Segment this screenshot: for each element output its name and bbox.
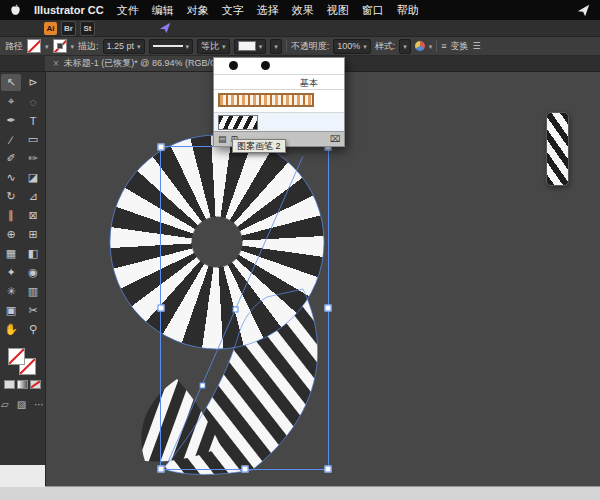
brush-preview: [238, 41, 256, 51]
fill-stroke-widget[interactable]: [7, 347, 39, 377]
menu-item-5[interactable]: 效果: [292, 3, 314, 18]
brush-definition-dropdown[interactable]: ▾: [234, 39, 267, 54]
tab-close-icon[interactable]: ×: [53, 58, 59, 69]
selection-handle[interactable]: [325, 305, 332, 312]
width-tool[interactable]: ∥: [1, 207, 21, 224]
brush-tooltip: 图案画笔 2: [232, 139, 286, 153]
blend-tool[interactable]: ◉: [23, 264, 43, 281]
hand-tool[interactable]: ✋: [1, 321, 21, 338]
opacity-dropdown[interactable]: 100% ▾: [333, 39, 371, 54]
scale-tool[interactable]: ⊿: [23, 188, 43, 205]
direct-selection-tool[interactable]: ⊳: [23, 74, 43, 91]
line-segment-tool[interactable]: ∕: [1, 131, 21, 148]
opacity-label: 不透明度:: [291, 40, 330, 53]
gradient-button[interactable]: [17, 380, 28, 389]
eraser-tool[interactable]: ◪: [23, 169, 43, 186]
menu-item-7[interactable]: 窗口: [362, 3, 384, 18]
menu-item-6[interactable]: 视图: [327, 3, 349, 18]
width-profile-dropdown[interactable]: 等比 ▾: [197, 39, 230, 54]
shaper-tool[interactable]: ∿: [1, 169, 21, 186]
pattern-swatch-preview[interactable]: [546, 112, 569, 186]
perspective-grid-tool[interactable]: ⊞: [23, 226, 43, 243]
menu-item-1[interactable]: 编辑: [152, 3, 174, 18]
color-button[interactable]: [4, 380, 15, 389]
selection-handle[interactable]: [241, 466, 248, 473]
tools-grid: ↖⊳⌖◌✒T∕▭✐✏∿◪↻⊿∥⊠⊕⊞▦◧✦◉✳▥▣✂✋⚲: [0, 71, 45, 339]
divider: [436, 40, 437, 52]
scatter-brush-row[interactable]: [214, 58, 344, 75]
rotate-tool[interactable]: ↻: [1, 188, 21, 205]
profile-caret-icon: ▾: [222, 43, 226, 50]
ai-app-badge[interactable]: Ai: [44, 22, 57, 35]
uniform-label: 等比: [201, 40, 219, 53]
zoom-tool[interactable]: ⚲: [23, 321, 43, 338]
selection-handle[interactable]: [158, 466, 165, 473]
style-dropdown[interactable]: ▾: [399, 39, 411, 54]
send-plane-icon[interactable]: [159, 22, 171, 34]
stroke-caret-icon[interactable]: ▾: [71, 43, 75, 50]
selection-handle[interactable]: [325, 466, 332, 473]
selection-handle[interactable]: [158, 144, 165, 151]
style-caret-icon: ▾: [403, 43, 407, 50]
symbol-sprayer-tool[interactable]: ✳: [1, 283, 21, 300]
none-button[interactable]: [30, 380, 41, 389]
variable-width-dropdown[interactable]: ▾: [149, 39, 194, 54]
gradient-tool[interactable]: ◧: [23, 245, 43, 262]
app-bar: Ai Br St: [0, 20, 600, 37]
pattern-brush-2-row[interactable]: [214, 113, 344, 131]
selection-handle[interactable]: [158, 305, 165, 312]
basic-caret-icon: ▾: [274, 43, 278, 50]
type-tool[interactable]: T: [23, 112, 43, 129]
lasso-tool[interactable]: ◌: [23, 93, 43, 110]
stock-app-badge[interactable]: St: [80, 21, 95, 36]
mesh-tool[interactable]: ▦: [1, 245, 21, 262]
recolor-artwork-icon[interactable]: [415, 41, 425, 51]
free-transform-tool[interactable]: ⊠: [23, 207, 43, 224]
pattern-brush-1-row[interactable]: [214, 90, 344, 113]
basic-brush-row[interactable]: 基本: [214, 75, 344, 90]
app-name[interactable]: Illustrator CC: [34, 4, 104, 16]
menu-item-8[interactable]: 帮助: [397, 3, 419, 18]
eyedropper-tool[interactable]: ✦: [1, 264, 21, 281]
draw-mode-icon[interactable]: ▱: [1, 399, 9, 410]
stroke-weight-field[interactable]: 1.25 pt ▾: [103, 39, 145, 54]
basic-brush-dropdown[interactable]: ▾: [270, 39, 282, 54]
menu-item-3[interactable]: 文字: [222, 3, 244, 18]
recolor-caret-icon[interactable]: ▾: [429, 43, 433, 50]
delete-brush-icon[interactable]: ⌧: [330, 134, 340, 144]
selection-tool[interactable]: ↖: [1, 74, 21, 91]
brush-libraries-icon[interactable]: ▤: [218, 134, 227, 144]
basic-brush-label: 基本: [300, 77, 318, 90]
paintbrush-tool[interactable]: ✐: [1, 150, 21, 167]
column-graph-tool[interactable]: ▥: [23, 283, 43, 300]
align-icon[interactable]: ≡: [441, 41, 446, 51]
fill-none-swatch[interactable]: [27, 39, 41, 53]
shape-builder-tool[interactable]: ⊕: [1, 226, 21, 243]
artboard-tool[interactable]: ▣: [1, 302, 21, 319]
apple-menu-icon[interactable]: [10, 4, 21, 17]
rectangle-tool[interactable]: ▭: [23, 131, 43, 148]
slice-tool[interactable]: ✂: [23, 302, 43, 319]
magic-wand-tool[interactable]: ⌖: [1, 93, 21, 110]
panel-menu-icon[interactable]: ☰: [473, 41, 481, 51]
pattern-brush-1-preview: [218, 93, 314, 107]
scatter-brush-dot: [229, 61, 238, 70]
fill-none-indicator[interactable]: [8, 348, 25, 365]
menu-item-2[interactable]: 对象: [187, 3, 209, 18]
pencil-tool[interactable]: ✏: [23, 150, 43, 167]
width-caret-icon: ▾: [186, 43, 190, 50]
more-options-icon[interactable]: ⋯: [34, 399, 44, 410]
stroke-none-swatch[interactable]: [53, 39, 67, 53]
selection-box[interactable]: [160, 146, 329, 470]
brush-caret-icon: ▾: [259, 43, 263, 50]
menu-item-0[interactable]: 文件: [117, 3, 139, 18]
stroke-weight-value: 1.25 pt: [107, 41, 135, 51]
screen-mode-icon[interactable]: ▨: [17, 399, 26, 410]
menu-item-4[interactable]: 选择: [257, 3, 279, 18]
transform-link[interactable]: 变换: [451, 40, 469, 53]
share-plane-icon[interactable]: [577, 4, 590, 17]
fill-caret-icon[interactable]: ▾: [45, 43, 49, 50]
panel-corner: [0, 465, 45, 487]
bridge-app-badge[interactable]: Br: [61, 21, 76, 36]
pen-tool[interactable]: ✒: [1, 112, 21, 129]
